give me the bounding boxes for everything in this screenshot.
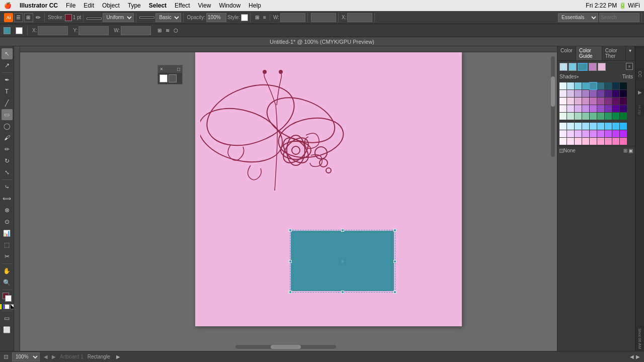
nav-prev-btn[interactable]: ◀: [44, 354, 48, 359]
tab-color-theme[interactable]: Color Ther: [602, 46, 626, 60]
blend-tool[interactable]: ⊗: [2, 205, 13, 216]
rotate-tool[interactable]: ↻: [2, 155, 13, 166]
horizontal-scrollbar[interactable]: [235, 345, 336, 349]
fill-stroke-widget[interactable]: [2, 292, 13, 303]
shade-cell-28[interactable]: [567, 105, 574, 112]
y-prop-input[interactable]: 8.5069 in: [78, 26, 109, 35]
canvas-area[interactable]: × □: [14, 46, 557, 351]
swatch-1[interactable]: [559, 63, 568, 71]
shade-cell-30[interactable]: [582, 105, 589, 112]
view-btn[interactable]: ⊞: [24, 13, 33, 22]
none-btn[interactable]: [5, 304, 10, 309]
swatch-selected[interactable]: [578, 63, 588, 71]
shade-cell-21[interactable]: [582, 98, 589, 105]
shade-cell-36[interactable]: [559, 113, 567, 120]
shade-cell-37[interactable]: [567, 113, 574, 120]
fill-color-swatch[interactable]: [4, 27, 11, 34]
tint-cell-18[interactable]: [559, 138, 567, 145]
pathfinder-btn[interactable]: ⬡: [172, 27, 180, 34]
tint-cell-24[interactable]: [605, 138, 612, 145]
shade-cell-43[interactable]: [612, 113, 619, 120]
tint-cell-8[interactable]: [620, 123, 627, 130]
style-swatch[interactable]: [241, 14, 248, 21]
menu-object[interactable]: Object: [102, 2, 120, 9]
tint-cell-16[interactable]: [612, 130, 619, 137]
zoom-select[interactable]: 100%: [12, 352, 40, 361]
shade-cell-34[interactable]: [612, 105, 619, 112]
tint-cell-0[interactable]: [559, 123, 567, 130]
shade-cell-10[interactable]: [567, 90, 574, 97]
apple-menu[interactable]: 🍎: [4, 2, 12, 9]
fg-color-swatch[interactable]: [159, 74, 168, 82]
height-input[interactable]: 2.5412 in: [311, 13, 336, 22]
shade-cell-22[interactable]: [590, 98, 597, 105]
tint-cell-7[interactable]: [612, 123, 619, 130]
shade-cell-25[interactable]: [612, 98, 619, 105]
tint-cell-17[interactable]: [620, 130, 627, 137]
basic-select[interactable]: Basic: [155, 13, 181, 22]
menu-help[interactable]: Help: [249, 2, 261, 9]
tint-cell-19[interactable]: [567, 138, 574, 145]
shade-cell-33[interactable]: [605, 105, 612, 112]
tint-cell-10[interactable]: [567, 130, 574, 137]
slice-tool[interactable]: ✂: [2, 251, 13, 262]
bg-color-swatch[interactable]: [169, 74, 177, 82]
stroke-color-swatch[interactable]: [65, 14, 72, 21]
shade-cell-15[interactable]: [605, 90, 612, 97]
arrange-icon[interactable]: ≡: [262, 14, 268, 21]
tab-color[interactable]: Color: [557, 46, 576, 60]
direct-selection-tool[interactable]: ↗: [2, 60, 13, 71]
shade-cell-26[interactable]: [620, 98, 627, 105]
tint-cell-1[interactable]: [567, 123, 574, 130]
shade-cell-1[interactable]: [567, 82, 574, 89]
width-input[interactable]: 4.314 in: [280, 13, 305, 22]
pen-tool[interactable]: ✒: [2, 74, 13, 85]
float-panel-close[interactable]: ×: [160, 66, 163, 72]
shade-cell-19[interactable]: [567, 98, 574, 105]
warp-tool[interactable]: ⤷: [2, 182, 13, 193]
tint-cell-20[interactable]: [575, 138, 582, 145]
swatch-options[interactable]: ≡: [626, 63, 633, 70]
right-strip-btn1[interactable]: CC: [636, 66, 643, 81]
type-tool[interactable]: T: [2, 86, 13, 97]
selection-tool[interactable]: ↖: [2, 48, 13, 59]
scale-tool[interactable]: ⤡: [2, 167, 13, 178]
tint-cell-4[interactable]: [590, 123, 597, 130]
shade-cell-42[interactable]: [605, 113, 612, 120]
right-strip-btn3[interactable]: re.zip: [636, 103, 643, 118]
menu-type[interactable]: Type: [128, 2, 141, 9]
align-icon[interactable]: ⊞: [254, 14, 261, 21]
shade-cell-6[interactable]: [605, 82, 612, 89]
shade-cell-32[interactable]: [597, 105, 604, 112]
shade-cell-35[interactable]: [620, 105, 627, 112]
shade-cell-9[interactable]: [559, 90, 567, 97]
vertical-scrollbar[interactable]: [551, 56, 555, 157]
scroll-thumb[interactable]: [271, 345, 301, 349]
shade-cell-2[interactable]: [575, 82, 582, 89]
screen-mode-btn[interactable]: ⬜: [2, 324, 13, 335]
tint-cell-12[interactable]: [582, 130, 589, 137]
menu-view[interactable]: View: [198, 2, 211, 9]
new-doc-btn[interactable]: ☰: [14, 13, 23, 22]
menu-select[interactable]: Select: [149, 2, 167, 9]
shade-cell-13[interactable]: [590, 90, 597, 97]
rectangle-tool[interactable]: ▭: [2, 109, 13, 120]
symbol-tool[interactable]: ⊙: [2, 216, 13, 227]
align-btn[interactable]: ≋: [164, 27, 171, 34]
shade-cell-38[interactable]: [575, 113, 582, 120]
tint-cell-14[interactable]: [597, 130, 604, 137]
tint-cell-13[interactable]: [590, 130, 597, 137]
shade-cell-29[interactable]: [575, 105, 582, 112]
swatch-5[interactable]: [598, 63, 606, 71]
gradient-btn[interactable]: [10, 304, 15, 309]
tint-cell-2[interactable]: [575, 123, 582, 130]
shade-cell-8[interactable]: [620, 82, 627, 89]
shade-cell-20[interactable]: [575, 98, 582, 105]
shade-cell-44[interactable]: [620, 113, 627, 120]
shade-cell-14[interactable]: [597, 90, 604, 97]
right-strip-btn2[interactable]: ▶: [636, 84, 643, 100]
pencil-tool[interactable]: ✏: [2, 144, 13, 155]
shade-cell-7[interactable]: [612, 82, 619, 89]
shade-cell-17[interactable]: [620, 90, 627, 97]
menu-effect[interactable]: Effect: [175, 2, 190, 9]
